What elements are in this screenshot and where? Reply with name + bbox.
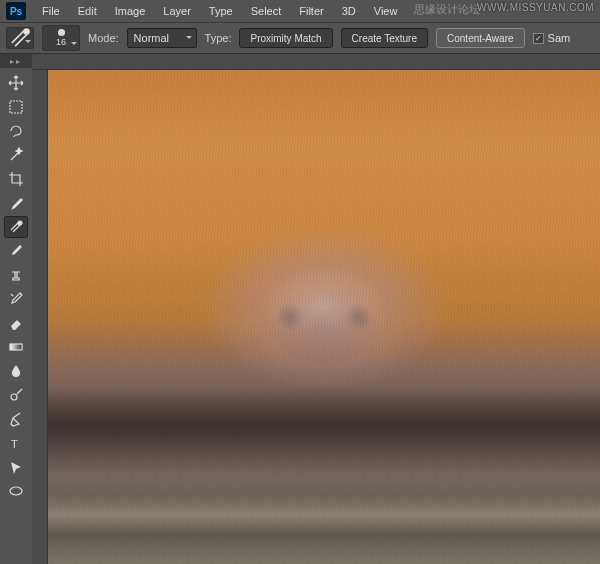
content-aware-button[interactable]: Content-Aware <box>436 28 525 48</box>
tool-type[interactable]: T <box>4 432 28 454</box>
checkbox-icon: ✓ <box>533 33 544 44</box>
history-icon <box>8 291 24 307</box>
menu-select[interactable]: Select <box>243 2 290 20</box>
watermark-site: WWW.MISSYUAN.COM <box>477 2 594 13</box>
eraser-icon <box>8 315 24 331</box>
create-texture-button[interactable]: Create Texture <box>341 28 428 48</box>
tool-path[interactable] <box>4 456 28 478</box>
tool-crop[interactable] <box>4 168 28 190</box>
tool-marquee[interactable] <box>4 96 28 118</box>
watermark-cn: 思缘设计论坛 <box>414 2 480 17</box>
menu-3d[interactable]: 3D <box>334 2 364 20</box>
marquee-icon <box>8 99 24 115</box>
proximity-match-button[interactable]: Proximity Match <box>239 28 332 48</box>
wand-icon <box>8 147 24 163</box>
dodge-icon <box>8 387 24 403</box>
type-icon: T <box>8 435 24 451</box>
menu-edit[interactable]: Edit <box>70 2 105 20</box>
eyedropper-icon <box>8 195 24 211</box>
brush-preview-icon <box>58 29 65 36</box>
healing-icon <box>8 219 24 235</box>
mode-label: Mode: <box>88 32 119 44</box>
canvas-area[interactable] <box>48 70 600 564</box>
brush-size-value: 16 <box>56 37 66 47</box>
pen-icon <box>8 411 24 427</box>
svg-point-4 <box>11 394 17 400</box>
menu-file[interactable]: File <box>34 2 68 20</box>
svg-point-0 <box>23 28 30 35</box>
tool-blur[interactable] <box>4 360 28 382</box>
options-bar: 16 Mode: Normal Type: Proximity Match Cr… <box>0 22 600 54</box>
tool-lasso[interactable] <box>4 120 28 142</box>
tool-dodge[interactable] <box>4 384 28 406</box>
ruler-horizontal[interactable] <box>32 54 600 70</box>
gradient-icon <box>8 339 24 355</box>
svg-point-2 <box>18 221 22 225</box>
mode-value: Normal <box>134 32 169 44</box>
tool-healing[interactable] <box>4 216 28 238</box>
tool-eyedropper[interactable] <box>4 192 28 214</box>
stamp-icon <box>8 267 24 283</box>
app-logo: Ps <box>6 2 26 20</box>
lasso-icon <box>8 123 24 139</box>
ellipse-icon <box>8 483 24 499</box>
brush-icon <box>8 243 24 259</box>
mode-dropdown[interactable]: Normal <box>127 28 197 48</box>
document-image <box>48 70 600 564</box>
svg-rect-3 <box>10 344 22 350</box>
menu-view[interactable]: View <box>366 2 406 20</box>
tool-pen[interactable] <box>4 408 28 430</box>
menu-layer[interactable]: Layer <box>155 2 199 20</box>
brush-preset-picker[interactable]: 16 <box>42 25 80 51</box>
blur-icon <box>8 363 24 379</box>
svg-text:T: T <box>11 438 18 450</box>
move-icon <box>8 75 24 91</box>
type-label: Type: <box>205 32 232 44</box>
tool-wand[interactable] <box>4 144 28 166</box>
menu-filter[interactable]: Filter <box>291 2 331 20</box>
sample-label: Sam <box>548 32 571 44</box>
path-icon <box>8 459 24 475</box>
toolbar-handle[interactable]: ▸▸ <box>0 54 32 68</box>
healing-icon <box>7 25 33 51</box>
menu-image[interactable]: Image <box>107 2 154 20</box>
menu-type[interactable]: Type <box>201 2 241 20</box>
ruler-vertical[interactable] <box>32 70 48 564</box>
svg-point-6 <box>10 487 22 495</box>
current-tool-indicator[interactable] <box>6 27 34 49</box>
tool-history[interactable] <box>4 288 28 310</box>
tool-gradient[interactable] <box>4 336 28 358</box>
tool-ellipse[interactable] <box>4 480 28 502</box>
tool-stamp[interactable] <box>4 264 28 286</box>
tools-panel: T <box>0 68 32 564</box>
tool-move[interactable] <box>4 72 28 94</box>
tool-brush[interactable] <box>4 240 28 262</box>
svg-rect-1 <box>10 101 22 113</box>
crop-icon <box>8 171 24 187</box>
sample-checkbox[interactable]: ✓ Sam <box>533 32 571 44</box>
tool-eraser[interactable] <box>4 312 28 334</box>
